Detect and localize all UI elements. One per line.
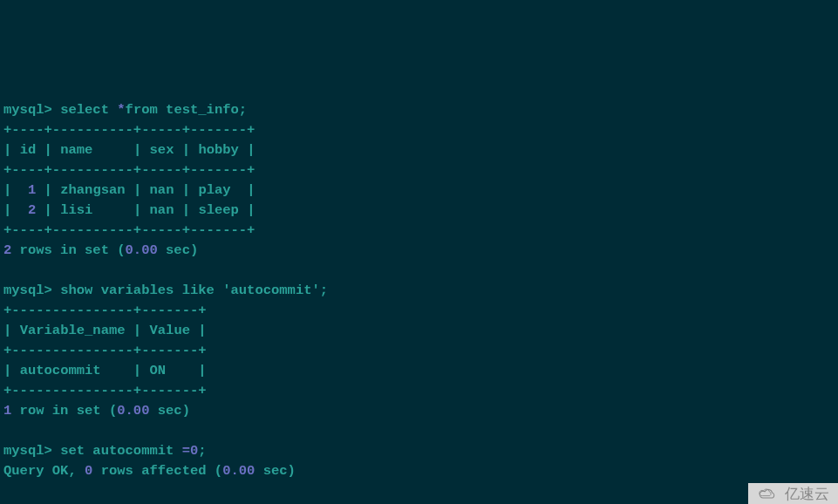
col-name: name [60, 142, 125, 158]
mysql-prompt: mysql [3, 283, 44, 298]
rows-in-set: rows in set [11, 242, 117, 258]
query-ok: Query OK, [3, 463, 85, 479]
cell-name: lisi [60, 202, 125, 218]
semicolon: ; [239, 102, 247, 118]
from-clause: from test_info [126, 102, 239, 118]
cell-id: 1 [28, 182, 36, 198]
cell-id: 2 [28, 202, 36, 218]
cell-hobby: sleep [198, 202, 239, 218]
watermark-text: 亿速云 [785, 487, 829, 501]
table-border: +---------------+-------+ [3, 383, 207, 398]
row-in-set: row in set [11, 403, 109, 419]
col-hobby: hobby [198, 142, 239, 158]
equals-zero: =0 [182, 443, 199, 459]
table-border: +----+----------+-----+-------+ [3, 222, 255, 238]
cell-value: ON [149, 363, 190, 378]
row-count: 2 [3, 242, 11, 258]
cell-varname: autocommit [20, 363, 126, 378]
timing: ( [117, 242, 125, 258]
terminal-output[interactable]: mysql> select *from test_info; +----+---… [0, 80, 838, 504]
show-variables: show variables like [60, 283, 215, 298]
col-value: Value [149, 323, 190, 338]
prompt-gt: > [44, 102, 52, 118]
cell-hobby: play [198, 182, 239, 198]
table-border: +----+----------+-----+-------+ [3, 122, 255, 138]
cell-sex: nan [150, 182, 174, 198]
table-border: +----+----------+-----+-------+ [3, 162, 255, 178]
col-sex: sex [150, 142, 174, 158]
col-variable-name: Variable_name [20, 323, 126, 338]
row-count: 1 [3, 403, 11, 419]
star-glyph: * [117, 102, 125, 118]
watermark-badge: 亿速云 [748, 483, 838, 504]
pipe-icon: | [3, 142, 11, 158]
cell-sex: nan [150, 202, 174, 218]
table-border: +---------------+-------+ [3, 303, 207, 318]
cell-name: zhangsan [60, 182, 125, 198]
set-autocommit: set autocommit [60, 443, 174, 459]
string-literal: 'autocommit' [222, 283, 320, 298]
select-keyword: select [60, 102, 109, 118]
cloud-icon [757, 487, 780, 501]
mysql-prompt: mysql [3, 443, 44, 459]
col-id: id [20, 142, 37, 158]
mysql-prompt: mysql [3, 102, 44, 118]
table-border: +---------------+-------+ [3, 343, 207, 358]
